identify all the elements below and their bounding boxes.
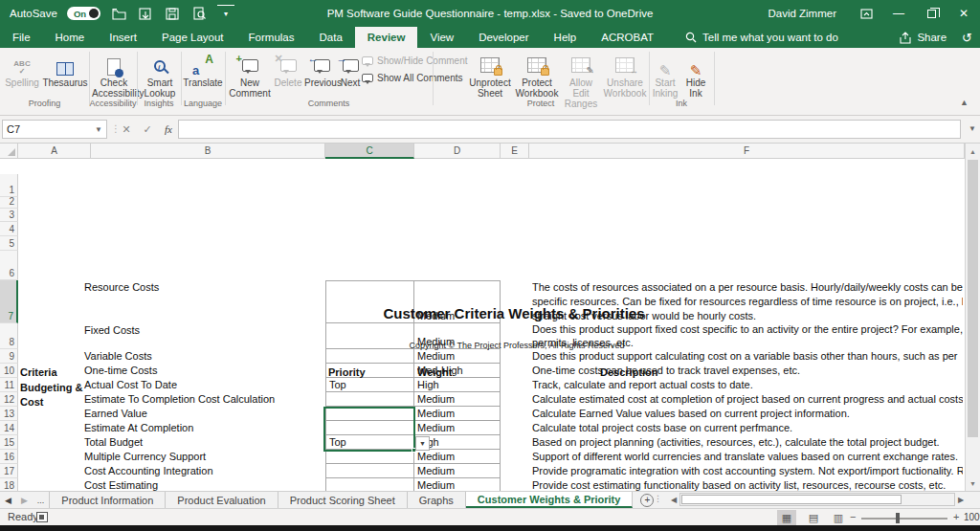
- tab-help[interactable]: Help: [542, 27, 590, 48]
- vertical-scroll-thumb[interactable]: [968, 160, 978, 437]
- cell-description[interactable]: Does this product support calculating co…: [532, 349, 963, 364]
- zoom-out-icon[interactable]: −: [850, 511, 856, 522]
- row-header-16[interactable]: 16: [0, 450, 18, 464]
- vertical-scrollbar[interactable]: ▲ ▼: [965, 144, 980, 491]
- cell-criteria-label[interactable]: Resource Costs: [19, 281, 323, 324]
- name-box-dropdown-icon[interactable]: ▼: [95, 125, 102, 134]
- cell-priority[interactable]: [325, 392, 414, 407]
- collapse-ribbon-icon[interactable]: ▲: [960, 98, 969, 107]
- data-validation-dropdown-icon[interactable]: ▼: [415, 436, 430, 451]
- scroll-left-icon[interactable]: ◀: [668, 496, 679, 504]
- row-header-5[interactable]: 5: [0, 236, 18, 251]
- tab-developer[interactable]: Developer: [466, 27, 541, 48]
- cell-description-header[interactable]: Description: [600, 366, 658, 378]
- tell-me-search[interactable]: Tell me what you want to do: [685, 27, 838, 48]
- zoom-slider-thumb[interactable]: [896, 513, 900, 523]
- row-header-3[interactable]: 3: [0, 209, 18, 222]
- cell-description[interactable]: Calculate estimated cost at completion o…: [532, 392, 963, 407]
- tab-home[interactable]: Home: [43, 27, 98, 48]
- expand-formula-bar-icon[interactable]: ▼: [969, 124, 976, 133]
- insert-function-icon[interactable]: fx: [159, 120, 178, 139]
- cell-weight[interactable]: High: [414, 378, 501, 392]
- cell-description[interactable]: Track, calculate and report actual costs…: [532, 378, 963, 392]
- cell-weight[interactable]: Medium: [414, 464, 501, 478]
- sheet-tab-customer-weights-priority[interactable]: Customer Weights & Priority: [466, 492, 634, 508]
- cell-criteria-label[interactable]: Total Budget: [19, 436, 323, 451]
- hide-ink-button[interactable]: ✎ Hide Ink: [681, 51, 710, 99]
- check-accessibility-button[interactable]: Check Accessibility: [92, 51, 136, 99]
- row-header-18[interactable]: 18: [0, 478, 18, 491]
- page-layout-view-icon[interactable]: ▤: [804, 510, 823, 525]
- row-header-1[interactable]: 1: [0, 174, 18, 197]
- tab-view[interactable]: View: [417, 27, 466, 48]
- cell-description[interactable]: One-time costs can be used to track trav…: [532, 364, 963, 378]
- smart-lookup-button[interactable]: i Smart Lookup: [139, 51, 181, 99]
- open-folder-icon[interactable]: [110, 5, 127, 22]
- cell-description[interactable]: Support of different world currencies an…: [532, 450, 963, 464]
- tab-formulas[interactable]: Formulas: [236, 27, 307, 48]
- cell-criteria-label[interactable]: Fixed Costs: [19, 324, 323, 350]
- cell-priority[interactable]: Top: [325, 378, 414, 392]
- signed-in-user[interactable]: David Zimmer: [768, 8, 836, 19]
- cell-priority[interactable]: [325, 464, 414, 478]
- macro-record-icon[interactable]: [36, 512, 48, 522]
- print-preview-icon[interactable]: [190, 5, 208, 22]
- cell-description[interactable]: Provide cost estimating functionality ba…: [532, 478, 963, 491]
- column-header-b[interactable]: B: [91, 144, 325, 159]
- row-header-12[interactable]: 12: [0, 392, 18, 407]
- cell-weight[interactable]: Medium: [414, 392, 501, 407]
- row-header-10[interactable]: 10: [0, 364, 18, 378]
- row-header-11[interactable]: 11: [0, 378, 18, 392]
- row-header-7[interactable]: 7: [0, 280, 18, 323]
- row-header-17[interactable]: 17: [0, 464, 18, 478]
- save-icon[interactable]: [164, 5, 181, 22]
- row-header-8[interactable]: 8: [0, 323, 18, 349]
- cell-criteria-label[interactable]: Multiple Currency Support: [19, 451, 323, 465]
- cell-criteria-label[interactable]: Cost Estimating: [19, 479, 323, 491]
- cell-copyright[interactable]: Copyright © The Project Professors, All …: [325, 341, 708, 350]
- horizontal-scrollbar[interactable]: ◀ ▶: [668, 493, 967, 506]
- cell-section-budgeting-cost[interactable]: Budgeting & Cost: [20, 381, 97, 409]
- cell-weight[interactable]: Medium: [414, 349, 501, 364]
- protect-workbook-button[interactable]: Protect Workbook: [515, 51, 559, 99]
- cell-criteria-label[interactable]: Cost Accounting Integration: [19, 465, 323, 479]
- cell-criteria-label[interactable]: Estimate At Completion: [19, 422, 323, 436]
- thesaurus-button[interactable]: Thesaurus: [42, 51, 88, 88]
- sheet-tab-product-scoring-sheet[interactable]: Product Scoring Sheet: [278, 492, 408, 508]
- column-header-f[interactable]: F: [529, 144, 965, 159]
- autosave-toggle[interactable]: On: [67, 7, 100, 20]
- delete-comment-button[interactable]: ✕ Delete: [274, 51, 302, 88]
- new-comment-button[interactable]: + New Comment: [228, 51, 272, 99]
- cell-priority-header[interactable]: Priority: [328, 366, 366, 378]
- cell-weight[interactable]: Medium: [414, 407, 501, 421]
- sheet-tab-graphs[interactable]: Graphs: [408, 492, 466, 508]
- cell-description[interactable]: Provide programatic integration with cos…: [532, 464, 963, 478]
- cell-sheet-title[interactable]: Customer Criteria Weights & Priorities: [323, 305, 705, 321]
- formula-input[interactable]: [178, 120, 961, 139]
- show-all-comments-button[interactable]: Show All Comments: [362, 73, 462, 83]
- horizontal-scroll-thumb[interactable]: [681, 495, 902, 504]
- cell-weight[interactable]: Medium: [414, 478, 501, 491]
- sheet-overflow-indicator[interactable]: ...: [33, 492, 50, 508]
- row-header-4[interactable]: 4: [0, 222, 18, 236]
- cell-criteria-label[interactable]: Earned Value: [19, 408, 323, 422]
- tab-scrollbar-splitter[interactable]: ⋮: [654, 494, 662, 503]
- row-header-9[interactable]: 9: [0, 349, 18, 364]
- row-header-2[interactable]: 2: [0, 197, 18, 209]
- version-history-icon[interactable]: ↺: [962, 31, 972, 45]
- qat-customize-icon[interactable]: ▾: [217, 5, 234, 22]
- minimize-button[interactable]: —: [882, 0, 915, 27]
- cell-weight[interactable]: Medium: [414, 450, 501, 464]
- cell-criteria-label[interactable]: One-time Costs: [19, 365, 323, 379]
- zoom-in-icon[interactable]: +: [953, 511, 959, 522]
- active-cell-selection[interactable]: [323, 407, 415, 452]
- ribbon-display-options-icon[interactable]: [850, 0, 882, 27]
- close-button[interactable]: ✕: [947, 0, 980, 27]
- column-header-d[interactable]: D: [414, 144, 501, 159]
- cell-description[interactable]: Based on project planning (activities, r…: [532, 435, 963, 450]
- row-header-6[interactable]: 6: [0, 251, 18, 280]
- column-header-c[interactable]: C: [325, 144, 414, 159]
- sheet-nav-left-icon[interactable]: ◀: [0, 492, 16, 508]
- new-sheet-button[interactable]: +: [640, 492, 654, 508]
- cell-criteria-label[interactable]: Variable Costs: [19, 350, 323, 365]
